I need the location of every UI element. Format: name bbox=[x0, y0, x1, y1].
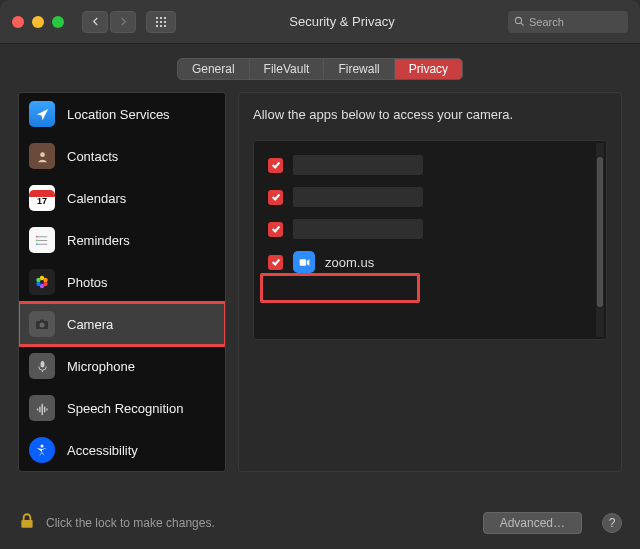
sidebar-item-speech-recognition[interactable]: Speech Recognition bbox=[19, 387, 225, 429]
sidebar-item-location-services[interactable]: Location Services bbox=[19, 93, 225, 135]
tab-filevault[interactable]: FileVault bbox=[250, 59, 325, 79]
search-placeholder: Search bbox=[529, 16, 564, 28]
content: Location Services Contacts 17 Calendars … bbox=[0, 92, 640, 472]
window-title: Security & Privacy bbox=[176, 14, 508, 29]
svg-point-7 bbox=[35, 239, 37, 241]
sidebar-item-calendars[interactable]: 17 Calendars bbox=[19, 177, 225, 219]
sidebar-item-accessibility[interactable]: Accessibility bbox=[19, 429, 225, 471]
app-row[interactable] bbox=[254, 149, 606, 181]
speech-recognition-icon bbox=[29, 395, 55, 421]
sidebar-item-label: Photos bbox=[67, 275, 107, 290]
sidebar-item-label: Location Services bbox=[67, 107, 170, 122]
nav-group bbox=[82, 11, 136, 33]
photos-icon bbox=[29, 269, 55, 295]
svg-rect-18 bbox=[40, 320, 44, 322]
sidebar-item-label: Reminders bbox=[67, 233, 130, 248]
forward-button[interactable] bbox=[110, 11, 136, 33]
svg-rect-19 bbox=[40, 360, 44, 367]
svg-rect-28 bbox=[21, 520, 32, 528]
svg-rect-21 bbox=[36, 408, 37, 410]
back-button[interactable] bbox=[82, 11, 108, 33]
sidebar-item-label: Speech Recognition bbox=[67, 401, 183, 416]
reminders-icon bbox=[29, 227, 55, 253]
show-all-button[interactable] bbox=[146, 11, 176, 33]
sidebar-item-camera[interactable]: Camera bbox=[19, 303, 225, 345]
svg-point-6 bbox=[35, 235, 37, 237]
scrollbar[interactable] bbox=[596, 143, 604, 337]
sidebar-item-photos[interactable]: Photos bbox=[19, 261, 225, 303]
svg-point-11 bbox=[43, 278, 47, 282]
app-name: zoom.us bbox=[325, 255, 374, 270]
checkbox[interactable] bbox=[268, 222, 283, 237]
minimize-window-button[interactable] bbox=[32, 16, 44, 28]
titlebar: Security & Privacy Search bbox=[0, 0, 640, 44]
calendar-icon: 17 bbox=[29, 185, 55, 211]
tab-privacy[interactable]: Privacy bbox=[395, 59, 462, 79]
app-name-redacted bbox=[293, 155, 423, 175]
microphone-icon bbox=[29, 353, 55, 379]
sidebar-item-label: Microphone bbox=[67, 359, 135, 374]
lock-text: Click the lock to make changes. bbox=[46, 516, 473, 530]
app-name-redacted bbox=[293, 219, 423, 239]
svg-point-0 bbox=[515, 17, 521, 23]
sidebar-item-label: Contacts bbox=[67, 149, 118, 164]
sidebar-item-label: Calendars bbox=[67, 191, 126, 206]
svg-point-2 bbox=[40, 152, 45, 157]
app-list: zoom.us bbox=[253, 140, 607, 340]
checkbox[interactable] bbox=[268, 190, 283, 205]
zoom-window-button[interactable] bbox=[52, 16, 64, 28]
help-button[interactable]: ? bbox=[602, 513, 622, 533]
app-row[interactable] bbox=[254, 181, 606, 213]
zoom-icon bbox=[293, 251, 315, 273]
tab-general[interactable]: General bbox=[178, 59, 250, 79]
camera-icon bbox=[29, 311, 55, 337]
close-window-button[interactable] bbox=[12, 16, 24, 28]
privacy-sidebar: Location Services Contacts 17 Calendars … bbox=[18, 92, 226, 472]
svg-point-26 bbox=[41, 445, 44, 448]
sidebar-item-label: Accessibility bbox=[67, 443, 138, 458]
svg-rect-24 bbox=[43, 406, 44, 412]
checkbox[interactable] bbox=[268, 158, 283, 173]
search-field[interactable]: Search bbox=[508, 11, 628, 33]
footer: Click the lock to make changes. Advanced… bbox=[0, 497, 640, 549]
svg-rect-22 bbox=[39, 406, 40, 412]
svg-rect-23 bbox=[41, 403, 42, 414]
contacts-icon bbox=[29, 143, 55, 169]
detail-panel: Allow the apps below to access your came… bbox=[238, 92, 622, 472]
tab-firewall[interactable]: Firewall bbox=[324, 59, 394, 79]
advanced-button[interactable]: Advanced… bbox=[483, 512, 582, 534]
svg-rect-25 bbox=[46, 408, 47, 410]
sidebar-item-reminders[interactable]: Reminders bbox=[19, 219, 225, 261]
sidebar-item-microphone[interactable]: Microphone bbox=[19, 345, 225, 387]
app-name-redacted bbox=[293, 187, 423, 207]
svg-point-15 bbox=[36, 278, 40, 282]
location-arrow-icon bbox=[29, 101, 55, 127]
sidebar-item-label: Camera bbox=[67, 317, 113, 332]
detail-heading: Allow the apps below to access your came… bbox=[253, 107, 607, 122]
tab-bar: General FileVault Firewall Privacy bbox=[0, 44, 640, 92]
svg-line-1 bbox=[521, 23, 524, 26]
search-icon bbox=[514, 16, 525, 27]
app-row[interactable] bbox=[254, 213, 606, 245]
window-controls bbox=[12, 16, 64, 28]
segmented-control: General FileVault Firewall Privacy bbox=[177, 58, 463, 80]
lock-icon[interactable] bbox=[18, 512, 36, 534]
scrollbar-thumb[interactable] bbox=[597, 157, 603, 307]
app-row-zoom[interactable]: zoom.us bbox=[254, 245, 606, 279]
svg-point-17 bbox=[40, 323, 45, 328]
svg-rect-27 bbox=[299, 259, 306, 266]
accessibility-icon bbox=[29, 437, 55, 463]
svg-point-8 bbox=[35, 243, 37, 245]
grid-icon bbox=[155, 16, 167, 28]
checkbox[interactable] bbox=[268, 255, 283, 270]
sidebar-item-contacts[interactable]: Contacts bbox=[19, 135, 225, 177]
svg-point-14 bbox=[36, 282, 40, 286]
